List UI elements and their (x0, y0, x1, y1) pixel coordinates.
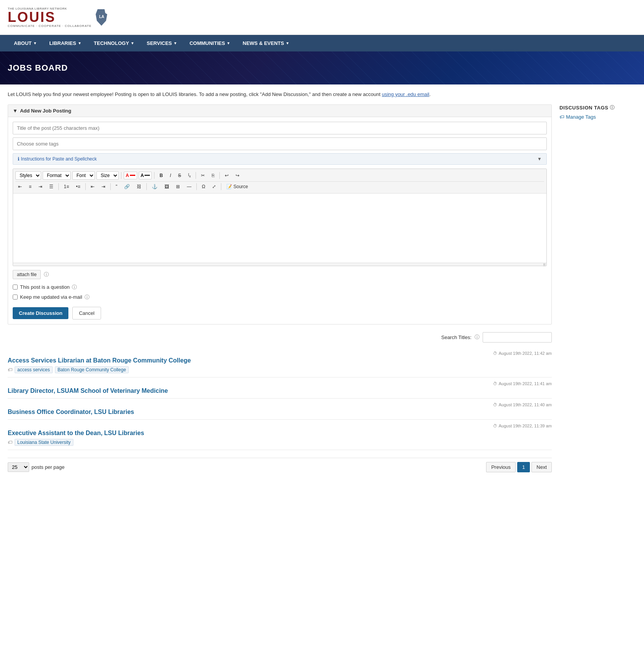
discussion-link-4[interactable]: Executive Assistant to the Dean, LSU Lib… (8, 430, 144, 436)
font-color-button[interactable]: A (124, 172, 137, 179)
toolbar-row-2: ⇤ ≡ ⇥ ☰ 1≡ •≡ ⇤ ⇥ " (15, 181, 544, 192)
source-button[interactable]: 📝 Source (224, 182, 251, 191)
ordered-list-button[interactable]: 1≡ (61, 182, 72, 191)
attach-row: attach file ⓘ (13, 270, 547, 279)
editor-body[interactable] (13, 194, 546, 263)
hero-title: JOBS BOARD (8, 63, 636, 73)
font-color-underline (130, 175, 135, 176)
discussion-link-2[interactable]: Library Director, LSUAM School of Veteri… (8, 387, 168, 394)
news-dropdown-arrow: ▼ (285, 41, 289, 45)
justify-button[interactable]: ☰ (46, 182, 56, 191)
form-panel-title: Add New Job Posting (20, 108, 71, 114)
subscript-button[interactable]: Ix (185, 171, 193, 180)
cut-button[interactable]: ✂ (198, 171, 207, 180)
align-center-button[interactable]: ≡ (26, 182, 34, 191)
page-1-button[interactable]: 1 (517, 462, 530, 472)
discussion-title-4: Executive Assistant to the Dean, LSU Lib… (8, 430, 552, 437)
edu-email-link[interactable]: using your .edu email (382, 91, 430, 97)
format-select[interactable]: Format (43, 171, 71, 180)
table-button[interactable]: ⊞ (173, 182, 183, 191)
site-logo-text: LOUIS (8, 10, 91, 24)
hero-banner: JOBS BOARD (0, 51, 644, 84)
cancel-button[interactable]: Cancel (72, 307, 101, 319)
logo-map-icon: LA (94, 7, 108, 28)
decrease-indent-button[interactable]: ⇤ (88, 182, 97, 191)
nav-item-news-events[interactable]: NEWS & EVENTS ▼ (237, 35, 296, 51)
toolbar-separator-3 (196, 172, 196, 179)
attach-help-icon[interactable]: ⓘ (44, 271, 49, 278)
horizontal-rule-button[interactable]: — (184, 182, 194, 191)
nav-item-services[interactable]: SERVICES ▼ (141, 35, 183, 51)
per-page-dropdown[interactable]: 10 25 50 100 (8, 462, 29, 472)
font-select[interactable]: Font (72, 171, 95, 180)
unordered-list-button[interactable]: •≡ (73, 182, 83, 191)
create-discussion-button[interactable]: Create Discussion (13, 307, 68, 319)
toolbar-row-1: Styles Format Font Size (15, 170, 544, 180)
copy-button[interactable]: ⎘ (209, 171, 217, 180)
unlink-button[interactable]: ⛓ (134, 182, 144, 191)
intro-text: Let LOUIS help you find your newest empl… (8, 91, 636, 98)
align-right-button[interactable]: ⇥ (36, 182, 45, 191)
nav-item-libraries[interactable]: LIBRARIES ▼ (43, 35, 88, 51)
tag-baton-rouge-cc[interactable]: Baton Rouge Community College (55, 366, 129, 373)
nav-item-technology[interactable]: TECHNOLOGY ▼ (88, 35, 141, 51)
post-title-input[interactable] (13, 122, 547, 134)
discussion-link-1[interactable]: Access Services Librarian at Baton Rouge… (8, 357, 191, 364)
search-titles-label: Search Titles: (441, 334, 471, 340)
editor-resize-handle[interactable]: ⠿ (13, 263, 546, 266)
toolbar-separator-5 (58, 183, 59, 190)
discussion-item: ⏱ August 19th 2022, 11:41 am Library Dir… (8, 377, 552, 399)
nav-item-about[interactable]: ABOUT ▼ (8, 35, 43, 51)
discussion-tags-1: 🏷 access services Baton Rouge Community … (8, 366, 552, 373)
image-button[interactable]: 🖼 (162, 182, 172, 191)
about-dropdown-arrow: ▼ (33, 41, 37, 45)
source-label: Source (234, 184, 248, 189)
attach-file-button[interactable]: attach file (13, 270, 41, 279)
search-help-icon[interactable]: ⓘ (475, 334, 480, 341)
search-input[interactable] (483, 332, 552, 343)
discussion-title-1: Access Services Librarian at Baton Rouge… (8, 357, 552, 364)
undo-button[interactable]: ↩ (222, 171, 231, 180)
strikethrough-button[interactable]: S (175, 171, 184, 180)
italic-button[interactable]: I (167, 171, 174, 180)
size-select[interactable]: Size (96, 171, 119, 180)
increase-indent-button[interactable]: ⇥ (99, 182, 108, 191)
blockquote-button[interactable]: " (113, 182, 120, 191)
align-left-button[interactable]: ⇤ (15, 182, 25, 191)
discussion-link-3[interactable]: Business Office Coordinator, LSU Librari… (8, 409, 134, 415)
logo-container: THE LOUISIANA LIBRARY NETWORK LOUIS COMM… (8, 4, 108, 31)
maximize-button[interactable]: ⤢ (209, 182, 219, 191)
bold-button[interactable]: B (157, 171, 166, 180)
services-dropdown-arrow: ▼ (173, 41, 177, 45)
email-checkbox-row: Keep me updated via e-mail ⓘ (13, 294, 547, 301)
tags-input[interactable] (13, 137, 547, 150)
instructions-chevron-icon[interactable]: ▼ (537, 156, 542, 162)
sidebar-column: DISCUSSION TAGS ⓘ 🏷 Manage Tags (559, 104, 636, 120)
previous-page-button[interactable]: Previous (486, 462, 516, 472)
link-button[interactable]: 🔗 (121, 182, 133, 191)
instructions-label: Instructions for Paste and Spellcheck (21, 156, 96, 162)
question-checkbox-row: This post is a question ⓘ (13, 284, 547, 291)
editor-toolbar: Styles Format Font Size (13, 169, 546, 194)
email-help-icon[interactable]: ⓘ (85, 294, 90, 301)
anchor-button[interactable]: ⚓ (149, 182, 160, 191)
next-page-button[interactable]: Next (531, 462, 552, 472)
discussion-title-2: Library Director, LSUAM School of Veteri… (8, 387, 552, 394)
toolbar-separator-6 (85, 183, 86, 190)
question-checkbox[interactable] (13, 285, 18, 290)
discussion-meta-4: ⏱ August 19th 2022, 11:39 am (8, 424, 552, 428)
question-help-icon[interactable]: ⓘ (72, 284, 77, 291)
redo-button[interactable]: ↪ (233, 171, 242, 180)
communities-dropdown-arrow: ▼ (227, 41, 231, 45)
nav-item-communities[interactable]: COMMUNITIES ▼ (183, 35, 236, 51)
technology-dropdown-arrow: ▼ (131, 41, 134, 45)
email-checkbox[interactable] (13, 295, 18, 300)
manage-tags-link[interactable]: 🏷 Manage Tags (559, 114, 636, 120)
special-chars-button[interactable]: Ω (199, 182, 208, 191)
form-panel-header[interactable]: ▼ Add New Job Posting (8, 105, 551, 117)
font-bg-color-button[interactable]: A (139, 172, 152, 179)
font-bg-underline (144, 175, 150, 176)
tag-access-services[interactable]: access services (15, 366, 53, 373)
styles-select[interactable]: Styles (15, 171, 41, 180)
tag-lsu[interactable]: Louisiana State University (15, 439, 73, 446)
